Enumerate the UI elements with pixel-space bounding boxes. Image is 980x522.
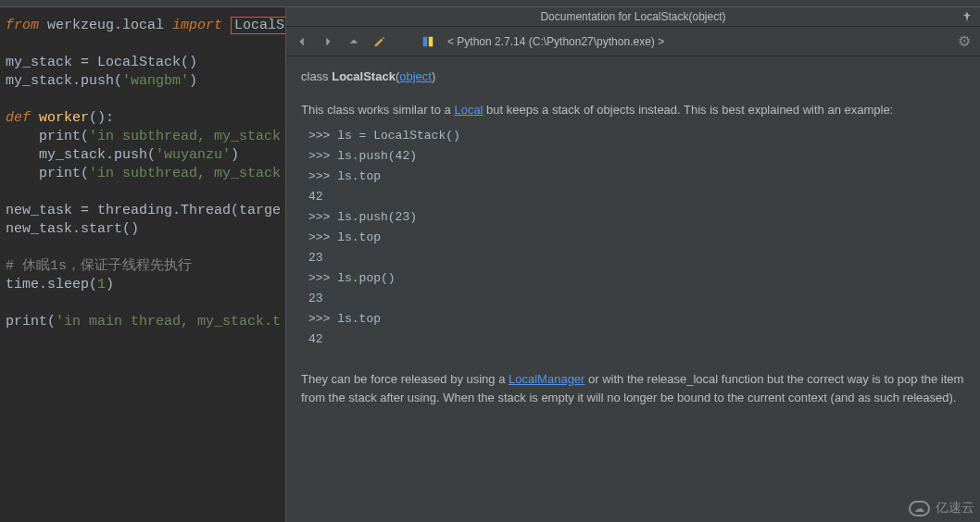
up-icon[interactable] <box>347 35 360 48</box>
doc-text: but keeps a stack of objects instead. Th… <box>484 103 894 117</box>
code-keyword: import <box>172 18 222 33</box>
code-text <box>222 18 231 33</box>
forward-icon[interactable] <box>321 35 334 48</box>
python-icon[interactable] <box>421 35 434 48</box>
doc-title-bar: Documentation for LocalStack(object) <box>286 7 980 27</box>
code-string: 'in subthread, my_stack <box>89 166 281 181</box>
edit-icon[interactable] <box>373 35 386 48</box>
doc-text: This class works similar to a <box>301 103 454 117</box>
code-keyword: from <box>6 18 39 33</box>
code-text: new_task.start() <box>6 221 139 237</box>
class-name: LocalStack <box>332 69 396 83</box>
localmanager-link[interactable]: LocalManager <box>509 372 584 386</box>
gear-icon[interactable]: ⚙ <box>958 32 971 50</box>
code-text: print( <box>6 314 56 329</box>
code-text: time.sleep( <box>6 277 97 292</box>
watermark-text: 亿速云 <box>936 500 974 516</box>
code-func: worker <box>31 110 89 126</box>
code-text: print( <box>6 129 89 144</box>
code-text: werkzeug.local <box>39 18 172 33</box>
doc-text: They can be force released by using a <box>301 372 509 386</box>
code-string: 'wuyanzu' <box>156 147 231 163</box>
class-keyword: class <box>301 69 332 83</box>
code-text: print( <box>6 166 89 181</box>
doc-class-signature: class LocalStack(object) <box>301 68 965 86</box>
code-keyword: def <box>6 110 31 126</box>
doc-title-text: Documentation for LocalStack(object) <box>540 10 725 23</box>
doc-footer: They can be force released by using a Lo… <box>301 370 965 406</box>
code-text: my_stack.push( <box>6 147 156 163</box>
svg-rect-0 <box>423 36 427 46</box>
code-string: 'wangbm' <box>122 73 189 89</box>
window-topbar <box>0 0 980 7</box>
code-text: ) <box>231 147 239 163</box>
code-comment: # 休眠1s，保证子线程先执行 <box>6 258 192 274</box>
doc-toolbar: < Python 2.7.14 (C:\Python27\python.exe)… <box>286 27 980 56</box>
code-text: my_stack = LocalStack() <box>6 55 197 70</box>
code-editor[interactable]: from werkzeug.local import LocalStack my… <box>0 7 285 522</box>
interpreter-label[interactable]: < Python 2.7.14 (C:\Python27\python.exe)… <box>447 35 664 48</box>
code-text: ) <box>106 277 114 292</box>
svg-rect-1 <box>429 36 433 46</box>
doc-example-code: >>> ls = LocalStack() >>> ls.push(42) >>… <box>308 126 965 350</box>
paren: ) <box>432 69 435 83</box>
code-text: (): <box>89 110 114 126</box>
local-link[interactable]: Local <box>454 103 483 117</box>
code-string: 'in subthread, my_stack <box>89 129 281 144</box>
doc-description: This class works similar to a Local but … <box>301 101 965 119</box>
object-link[interactable]: object <box>399 69 432 83</box>
highlighted-symbol[interactable]: LocalStack <box>231 17 285 34</box>
code-string: 'in main thread, my_stack.t <box>56 314 281 329</box>
doc-body[interactable]: class LocalStack(object) This class work… <box>286 56 980 522</box>
cloud-icon: ☁ <box>909 501 930 516</box>
documentation-panel: Documentation for LocalStack(object) < <box>285 7 980 522</box>
code-text: my_stack.push( <box>6 73 122 89</box>
watermark: ☁ 亿速云 <box>909 500 974 516</box>
code-number: 1 <box>97 277 106 292</box>
code-text: ) <box>189 73 197 89</box>
pin-icon[interactable] <box>961 11 973 25</box>
code-text: new_task = threading.Thread(targe <box>6 203 281 218</box>
back-icon[interactable] <box>295 35 308 48</box>
